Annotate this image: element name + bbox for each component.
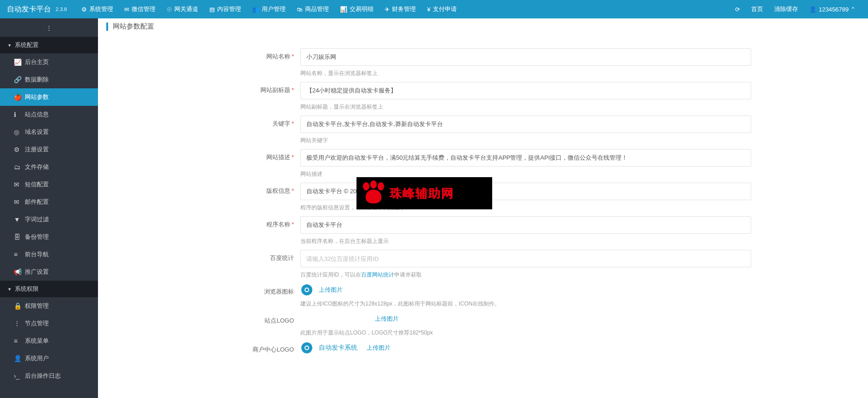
seller-logo-icon-preview xyxy=(300,341,313,354)
top-navbar: 自动发卡平台 2.3.8 ⚙系统管理 ✉微信管理 ☉网关通道 ▤内容管理 👥用户… xyxy=(0,0,868,18)
sidebar-toggle[interactable]: ⋮ xyxy=(0,18,98,37)
item-label: 节点管理 xyxy=(25,319,49,328)
item-label: 系统菜单 xyxy=(25,337,49,345)
item-label: 推广设置 xyxy=(25,268,49,276)
nav-gateway[interactable]: ☉网关通道 xyxy=(161,0,204,18)
label-keywords: 关键字* xyxy=(208,115,300,144)
refresh-button[interactable]: ⟳ xyxy=(730,0,746,18)
sidebar-item-site-params[interactable]: 🍎网站参数 xyxy=(0,88,98,106)
nav-label: 支付申请 xyxy=(433,5,457,13)
input-description[interactable] xyxy=(300,149,751,167)
nav-wechat[interactable]: ✉微信管理 xyxy=(119,0,161,18)
navbar-right: ⟳ 首页 清除缓存 👤 123456789 ⌃ xyxy=(730,0,861,18)
page-title-bar: 网站参数配置 xyxy=(98,18,868,35)
content-icon: ▤ xyxy=(209,6,215,13)
nav-label: 商品管理 xyxy=(305,5,329,13)
upload-seller-logo-link[interactable]: 上传图片 xyxy=(367,344,391,352)
item-label: 网站参数 xyxy=(25,93,49,101)
sidebar-item-register[interactable]: ⚙注册设置 xyxy=(0,141,98,158)
nav-transactions[interactable]: 📊交易明细 xyxy=(334,0,379,18)
link-icon: 🔗 xyxy=(14,76,25,83)
sidebar-item-sys-users[interactable]: 👤系统用户 xyxy=(0,350,98,367)
item-label: 系统用户 xyxy=(25,354,49,363)
nav-label: 交易明细 xyxy=(350,5,374,13)
refresh-icon: ⟳ xyxy=(735,6,740,13)
row-baidu: 百度统计 百度统计应用ID，可以在百度网站统计申请并获取 xyxy=(208,250,751,279)
label-site-name: 网站名称* xyxy=(208,48,300,77)
upload-logo-link[interactable]: 上传图片 xyxy=(375,315,399,323)
baidu-stats-link[interactable]: 百度网站统计 xyxy=(361,271,394,278)
sidebar-item-sms[interactable]: ✉短信配置 xyxy=(0,176,98,193)
input-subtitle[interactable] xyxy=(300,82,751,99)
input-copyright[interactable] xyxy=(300,183,751,200)
item-label: 前台导航 xyxy=(25,250,49,259)
row-copyright: 版权信息* 程序的版权信息设置，在后台登录页面显示 xyxy=(208,183,751,212)
item-label: 备份管理 xyxy=(25,233,49,241)
upload-favicon-link[interactable]: 上传图片 xyxy=(319,286,343,294)
input-program[interactable] xyxy=(300,216,751,234)
input-baidu[interactable] xyxy=(300,250,751,267)
sidebar-item-filter[interactable]: ▼字词过滤 xyxy=(0,211,98,228)
nav-label: 网关通道 xyxy=(174,5,198,13)
input-keywords[interactable] xyxy=(300,115,751,133)
gear-icon: ⚙ xyxy=(14,146,25,153)
item-label: 后台主页 xyxy=(25,58,49,66)
sidebar: ⋮ ▾系统配置 📈后台主页 🔗数据删除 🍎网站参数 ℹ站点信息 ◎域名设置 ⚙注… xyxy=(0,18,98,398)
title-accent-bar xyxy=(106,23,108,31)
nav-label: 系统管理 xyxy=(89,5,113,13)
nav-label: 财务管理 xyxy=(392,5,416,13)
megaphone-icon: 📢 xyxy=(14,268,25,276)
help-keywords: 网站关键字 xyxy=(300,137,751,144)
sidebar-item-site-info[interactable]: ℹ站点信息 xyxy=(0,106,98,123)
row-logo: 站点LOGO 上传图片 此图片用于显示站点LOGO，LOGO尺寸推荐182*50… xyxy=(208,312,751,337)
navbar-menu: ⚙系统管理 ✉微信管理 ☉网关通道 ▤内容管理 👥用户管理 🛍商品管理 📊交易明… xyxy=(76,0,729,18)
user-label: 123456789 xyxy=(819,6,849,13)
home-link[interactable]: 首页 xyxy=(746,0,769,18)
row-program: 程序名称* 当前程序名称，在后台主标题上显示 xyxy=(208,216,751,245)
label-seller-logo: 商户中心LOGO xyxy=(208,341,300,354)
nav-label: 内容管理 xyxy=(217,5,241,13)
label-subtitle: 网站副标题* xyxy=(208,82,300,111)
sidebar-group-permissions[interactable]: ▾系统权限 xyxy=(0,281,98,297)
caret-down-icon: ▾ xyxy=(8,42,11,48)
nav-payment[interactable]: ¥支付申请 xyxy=(421,0,462,18)
logo-preview xyxy=(300,312,369,325)
list-icon: ≡ xyxy=(14,251,25,258)
sidebar-item-domain[interactable]: ◎域名设置 xyxy=(0,123,98,141)
help-baidu: 百度统计应用ID，可以在百度网站统计申请并获取 xyxy=(300,271,751,279)
favicon-preview xyxy=(300,283,313,296)
help-site-name: 网站名称，显示在浏览器标签上 xyxy=(300,69,751,77)
globe-icon: ◎ xyxy=(14,128,25,136)
nav-products[interactable]: 🛍商品管理 xyxy=(291,0,334,18)
nav-users[interactable]: 👥用户管理 xyxy=(247,0,291,18)
nav-content[interactable]: ▤内容管理 xyxy=(204,0,247,18)
sidebar-item-menus[interactable]: ≡系统菜单 xyxy=(0,332,98,350)
input-site-name[interactable] xyxy=(300,48,751,66)
sidebar-group-system-config[interactable]: ▾系统配置 xyxy=(0,37,98,53)
user-menu[interactable]: 👤 123456789 ⌃ xyxy=(804,0,861,18)
user-icon: 👤 xyxy=(809,6,816,13)
envelope-icon: ✉ xyxy=(14,198,25,206)
sidebar-item-promotion[interactable]: 📢推广设置 xyxy=(0,263,98,281)
sidebar-item-nav[interactable]: ≡前台导航 xyxy=(0,246,98,263)
help-program: 当前程序名称，在后台主标题上显示 xyxy=(300,237,751,245)
sidebar-item-permissions[interactable]: 🔒权限管理 xyxy=(0,297,98,315)
sidebar-item-data-delete[interactable]: 🔗数据删除 xyxy=(0,71,98,88)
sidebar-item-dashboard[interactable]: 📈后台主页 xyxy=(0,53,98,71)
nav-finance[interactable]: ✈财务管理 xyxy=(379,0,421,18)
help-description: 网站描述 xyxy=(300,170,751,178)
seller-logo-text-preview: 自动发卡系统 xyxy=(319,344,357,352)
chart-icon: 📊 xyxy=(340,6,347,13)
sidebar-item-backup[interactable]: 🗄备份管理 xyxy=(0,228,98,246)
clear-cache-link[interactable]: 清除缓存 xyxy=(769,0,804,18)
label-program: 程序名称* xyxy=(208,216,300,245)
label-description: 网站描述* xyxy=(208,149,300,178)
main-content: 网站参数配置 网站名称* 网站名称，显示在浏览器标签上 网站副标题* 网站副标题… xyxy=(98,18,868,398)
sidebar-item-storage[interactable]: 🗂文件存储 xyxy=(0,158,98,176)
nav-system[interactable]: ⚙系统管理 xyxy=(76,0,119,18)
item-label: 后台操作日志 xyxy=(25,372,61,380)
sidebar-item-logs[interactable]: ›_后台操作日志 xyxy=(0,367,98,385)
sidebar-item-nodes[interactable]: ⋮节点管理 xyxy=(0,315,98,332)
sidebar-item-email[interactable]: ✉邮件配置 xyxy=(0,193,98,211)
clear-cache-label: 清除缓存 xyxy=(774,5,798,13)
